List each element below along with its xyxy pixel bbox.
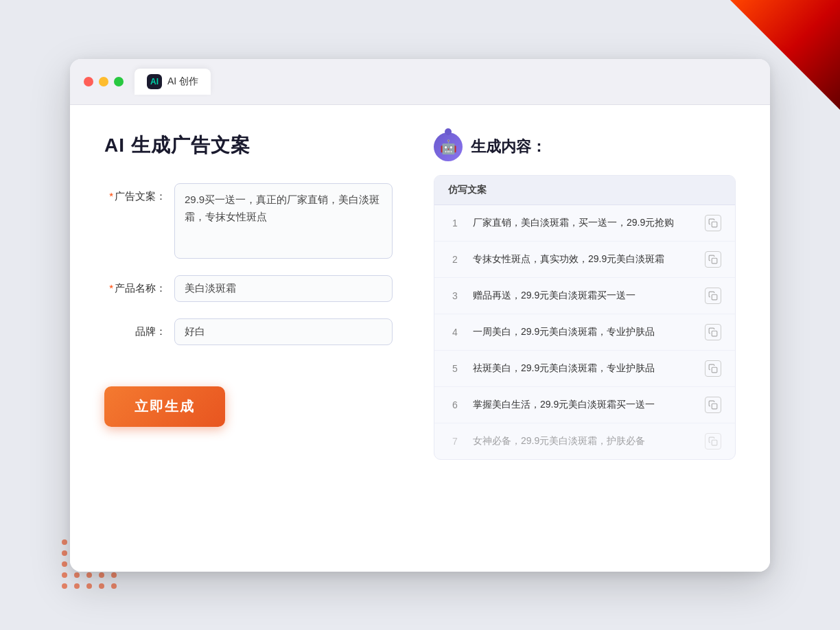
result-number: 6 <box>448 399 462 410</box>
result-number: 4 <box>448 327 462 338</box>
traffic-lights <box>84 77 124 86</box>
minimize-button[interactable] <box>99 77 108 86</box>
copy-button[interactable] <box>705 288 721 304</box>
result-text: 女神必备，29.9元美白淡斑霜，护肤必备 <box>473 434 694 448</box>
robot-icon: 🤖 <box>434 132 463 161</box>
svg-rect-5 <box>712 404 717 409</box>
generate-button[interactable]: 立即生成 <box>104 386 225 427</box>
brand-row: 品牌： <box>104 318 393 345</box>
result-header: 🤖 生成内容： <box>434 132 736 161</box>
copy-button[interactable] <box>705 215 721 231</box>
deco-dot <box>74 583 80 589</box>
result-number: 7 <box>448 436 462 447</box>
browser-content: AI 生成广告文案 *广告文案： 29.9买一送一，真正的厂家直销，美白淡斑霜，… <box>70 105 770 572</box>
deco-dot <box>62 572 67 578</box>
deco-dot <box>62 550 67 556</box>
table-row: 6 掌握美白生活，29.9元美白淡斑霜买一送一 <box>434 387 735 423</box>
result-text: 一周美白，29.9元美白淡斑霜，专业护肤品 <box>473 325 694 339</box>
deco-dot <box>86 583 92 589</box>
table-row: 3 赠品再送，29.9元美白淡斑霜买一送一 <box>434 278 735 314</box>
results-list: 1 厂家直销，美白淡斑霜，买一送一，29.9元抢购 2 专抹女性斑点，真实功效，… <box>434 205 735 459</box>
deco-dot <box>111 572 117 578</box>
svg-rect-1 <box>712 258 717 264</box>
deco-dot <box>86 572 92 578</box>
table-row: 7 女神必备，29.9元美白淡斑霜，护肤必备 <box>434 423 735 459</box>
ad-copy-label: *广告文案： <box>104 183 166 203</box>
deco-dot <box>62 539 67 545</box>
result-number: 1 <box>448 218 462 229</box>
required-star-1: * <box>109 190 113 202</box>
left-panel: AI 生成广告文案 *广告文案： 29.9买一送一，真正的厂家直销，美白淡斑霜，… <box>104 132 393 544</box>
result-text: 祛斑美白，29.9元美白淡斑霜，专业护肤品 <box>473 361 694 375</box>
result-text: 专抹女性斑点，真实功效，29.9元美白淡斑霜 <box>473 252 694 266</box>
svg-rect-2 <box>712 294 717 300</box>
deco-dot <box>111 583 117 589</box>
result-text: 掌握美白生活，29.9元美白淡斑霜买一送一 <box>473 397 694 412</box>
ad-copy-row: *广告文案： 29.9买一送一，真正的厂家直销，美白淡斑霜，专抹女性斑点 <box>104 183 393 259</box>
deco-dot <box>62 561 67 567</box>
page-title: AI 生成广告文案 <box>104 132 393 159</box>
copy-button[interactable] <box>705 397 721 413</box>
browser-window: AI AI 创作 AI 生成广告文案 *广告文案： 29.9买一送一，真正的厂家… <box>70 59 770 572</box>
tab-label: AI 创作 <box>167 75 198 88</box>
results-table: 仿写文案 1 厂家直销，美白淡斑霜，买一送一，29.9元抢购 2 专抹女性斑点，… <box>434 175 736 460</box>
svg-rect-0 <box>712 222 717 227</box>
tab-icon-text: AI <box>150 77 159 86</box>
result-text: 厂家直销，美白淡斑霜，买一送一，29.9元抢购 <box>473 215 694 230</box>
product-name-row: *产品名称： <box>104 275 393 302</box>
result-title: 生成内容： <box>471 137 546 157</box>
result-text: 赠品再送，29.9元美白淡斑霜买一送一 <box>473 288 694 303</box>
copy-button[interactable] <box>705 251 721 268</box>
table-row: 5 祛斑美白，29.9元美白淡斑霜，专业护肤品 <box>434 351 735 387</box>
result-number: 5 <box>448 363 462 374</box>
robot-face: 🤖 <box>440 139 457 155</box>
result-number: 2 <box>448 254 462 265</box>
results-table-header: 仿写文案 <box>434 176 735 205</box>
svg-rect-4 <box>712 367 717 373</box>
product-name-label: *产品名称： <box>104 275 166 295</box>
required-star-2: * <box>109 282 113 294</box>
tab-icon: AI <box>147 74 162 89</box>
copy-button[interactable] <box>705 324 721 340</box>
browser-tab[interactable]: AI AI 创作 <box>135 69 211 95</box>
deco-dot <box>99 572 104 578</box>
result-number: 3 <box>448 290 462 301</box>
close-button[interactable] <box>84 77 93 86</box>
table-row: 2 专抹女性斑点，真实功效，29.9元美白淡斑霜 <box>434 242 735 278</box>
table-row: 4 一周美白，29.9元美白淡斑霜，专业护肤品 <box>434 314 735 351</box>
brand-label: 品牌： <box>104 318 166 338</box>
svg-rect-6 <box>712 440 717 445</box>
svg-rect-3 <box>712 331 717 336</box>
copy-button[interactable] <box>705 360 721 377</box>
browser-titlebar: AI AI 创作 <box>70 59 770 105</box>
deco-dot <box>62 583 67 589</box>
ad-copy-input[interactable]: 29.9买一送一，真正的厂家直销，美白淡斑霜，专抹女性斑点 <box>174 183 393 259</box>
copy-button[interactable] <box>705 433 721 450</box>
maximize-button[interactable] <box>114 77 124 86</box>
right-panel: 🤖 生成内容： 仿写文案 1 厂家直销，美白淡斑霜，买一送一，29.9元抢购 2… <box>434 132 736 544</box>
table-row: 1 厂家直销，美白淡斑霜，买一送一，29.9元抢购 <box>434 205 735 242</box>
deco-dot <box>74 572 80 578</box>
product-name-input[interactable] <box>174 275 393 302</box>
deco-dot <box>99 583 104 589</box>
brand-input[interactable] <box>174 318 393 345</box>
